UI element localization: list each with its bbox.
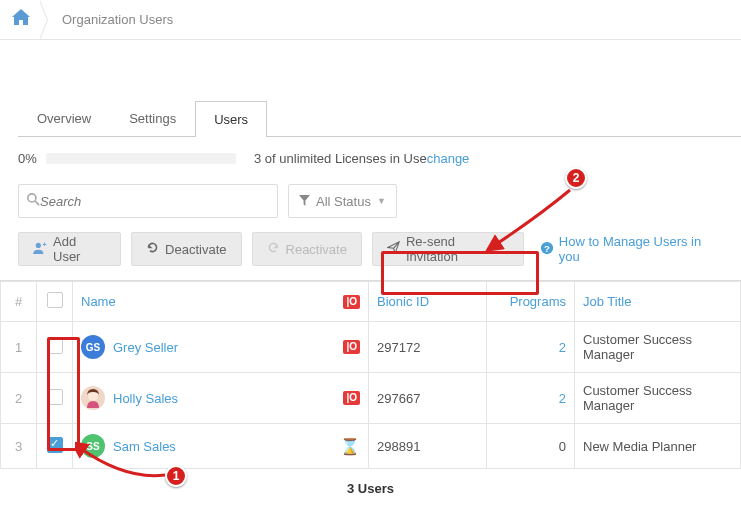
io-badge-icon: |O [343, 295, 360, 309]
annotation-box-checkboxes [47, 337, 80, 451]
table-row: 1GSGrey Seller|O2971722Customer Success … [1, 322, 741, 373]
programs-link[interactable]: 2 [559, 340, 566, 355]
job-title: New Media Planner [575, 424, 741, 469]
status-filter-label: All Status [316, 194, 371, 209]
user-name-link[interactable]: Grey Seller [113, 340, 178, 355]
license-row: 0% 3 of unlimited Licenses in Use change [0, 137, 741, 180]
license-change-link[interactable]: change [427, 151, 470, 166]
programs-link[interactable]: 2 [559, 391, 566, 406]
io-badge-icon: |O [343, 340, 360, 354]
deactivate-label: Deactivate [165, 242, 226, 257]
add-user-icon: + [33, 242, 47, 257]
callout-1: 1 [165, 465, 187, 487]
users-count: 3 Users [0, 469, 741, 508]
svg-point-2 [36, 242, 41, 247]
bionic-id: 298891 [369, 424, 487, 469]
license-text: 3 of unlimited Licenses in Use [254, 151, 427, 166]
col-checkbox-header[interactable] [37, 282, 73, 322]
user-name-link[interactable]: Sam Sales [113, 439, 176, 454]
filter-icon [299, 194, 310, 209]
breadcrumb-page[interactable]: Organization Users [62, 12, 173, 27]
toolbar: + Add User Deactivate Reactivate Re-send… [0, 232, 741, 281]
reactivate-label: Reactivate [286, 242, 347, 257]
user-name-link[interactable]: Holly Sales [113, 391, 178, 406]
svg-text:?: ? [544, 242, 550, 253]
search-input-wrap[interactable] [18, 184, 278, 218]
breadcrumb: Organization Users [0, 0, 741, 40]
license-percent: 0% [18, 151, 46, 166]
table-row: 2Holly Sales|O2976672Customer Success Ma… [1, 373, 741, 424]
avatar [81, 386, 105, 410]
svg-line-1 [35, 201, 39, 205]
col-name-label: Name [81, 294, 116, 309]
tab-overview[interactable]: Overview [18, 100, 110, 136]
redo-icon [267, 241, 280, 257]
col-index-header: # [1, 282, 37, 322]
col-name-header[interactable]: Name |O [73, 282, 369, 322]
deactivate-button[interactable]: Deactivate [131, 232, 241, 266]
row-index: 3 [1, 424, 37, 469]
callout-2: 2 [565, 167, 587, 189]
undo-icon [146, 241, 159, 257]
help-label: How to Manage Users in you [559, 234, 723, 264]
reactivate-button: Reactivate [252, 232, 362, 266]
users-table: # Name |O Bionic ID Programs Job Title 1… [0, 281, 741, 469]
license-bar [46, 153, 236, 164]
tab-settings[interactable]: Settings [110, 100, 195, 136]
tab-users[interactable]: Users [195, 101, 267, 137]
table-row: 3SSSam Sales⌛2988910New Media Planner [1, 424, 741, 469]
col-job-header[interactable]: Job Title [575, 282, 741, 322]
annotation-box-resend [381, 251, 539, 295]
bionic-id: 297172 [369, 322, 487, 373]
select-all-checkbox[interactable] [47, 292, 63, 308]
svg-text:+: + [43, 242, 47, 248]
io-badge-icon: |O [343, 391, 360, 405]
job-title: Customer Success Manager [575, 373, 741, 424]
row-index: 2 [1, 373, 37, 424]
tabs: Overview Settings Users [18, 100, 741, 137]
add-user-label: Add User [53, 234, 106, 264]
hourglass-icon: ⌛ [340, 437, 360, 456]
status-filter[interactable]: All Status ▼ [288, 184, 397, 218]
help-link[interactable]: ? How to Manage Users in you [540, 234, 723, 264]
row-index: 1 [1, 322, 37, 373]
home-icon[interactable] [12, 9, 30, 30]
programs-link[interactable]: 0 [559, 439, 566, 454]
caret-down-icon: ▼ [377, 196, 386, 206]
job-title: Customer Success Manager [575, 322, 741, 373]
svg-point-0 [28, 194, 36, 202]
add-user-button[interactable]: + Add User [18, 232, 121, 266]
search-input[interactable] [40, 194, 269, 209]
search-icon [27, 193, 40, 209]
avatar: GS [81, 335, 105, 359]
breadcrumb-separator [40, 0, 52, 40]
bionic-id: 297667 [369, 373, 487, 424]
avatar: SS [81, 434, 105, 458]
help-icon: ? [540, 241, 554, 258]
